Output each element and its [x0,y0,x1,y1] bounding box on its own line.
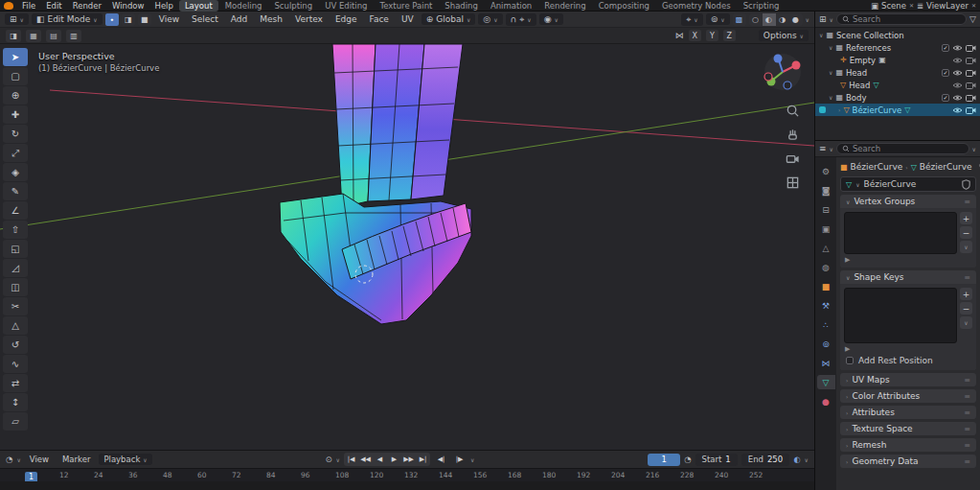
collection-checkbox[interactable]: ✓ [942,44,949,52]
camera-view-icon[interactable] [784,150,801,167]
remove-shape-key-button[interactable]: − [960,302,972,315]
tab-particles[interactable]: ∴ [817,317,835,332]
attributes-header[interactable]: › Attributes ≡ [840,406,976,419]
filter-icon[interactable]: ▽ [969,14,976,24]
mirror-y-toggle[interactable]: Y [706,30,718,41]
list-filter-expand-icon[interactable]: ▶ [844,345,972,353]
properties-editor-icon[interactable]: ≡ [819,144,827,153]
viewlayer-unlink-icon[interactable]: ✕ [971,2,976,9]
tool-move[interactable]: ✚ [3,105,28,124]
add-vertex-group-button[interactable]: + [960,212,972,224]
zoom-icon[interactable] [784,102,801,119]
properties-search-input[interactable]: Search [836,143,969,154]
outliner-item-references[interactable]: ∨ ▦ References ✓ [815,41,980,54]
timeline-editor-icon[interactable]: ◔ [6,455,12,464]
timeline-menu-marker[interactable]: Marker [57,455,95,464]
timeline-ruler[interactable]: 1 12 24 36 48 60 72 84 96 108 120 132 14… [0,468,814,481]
tab-world[interactable]: ◍ [817,260,835,274]
overlays-dropdown[interactable]: ⊚ ∨ [706,13,730,25]
tab-scene[interactable]: △ [817,241,835,255]
panel-grip-icon[interactable]: ≡ [964,457,970,466]
hide-eye-icon[interactable] [952,94,963,102]
workspace-tab-scripting[interactable]: Scripting [738,0,786,12]
tool-poly-build[interactable]: △ [3,316,28,335]
hide-eye-icon[interactable] [952,69,963,77]
shading-rendered-button[interactable]: ● [789,13,803,26]
shading-solid-button[interactable]: ◐ [763,13,776,26]
tool-extrude-region[interactable]: ⇧ [3,221,28,239]
workspace-tab-rendering[interactable]: Rendering [538,0,591,12]
expand-icon[interactable]: ∨ [829,44,832,51]
tool-tweak[interactable]: ➤ [3,48,28,66]
tool-cursor[interactable]: ⊕ [3,86,28,105]
tool-smooth[interactable]: ∿ [3,355,28,373]
outliner-item-scene-collection[interactable]: ∨ ▦ Scene Collection [815,29,980,41]
tab-object-data[interactable]: ▽ [817,375,835,389]
color-attributes-header[interactable]: › Color Attributes ≡ [840,389,976,403]
mirror-z-toggle[interactable]: Z [723,30,736,41]
mesh-scene[interactable] [0,44,814,450]
tool-scale[interactable]: ⤢ [3,144,28,162]
workspace-tab-geometry-nodes[interactable]: Geometry Nodes [656,0,737,12]
render-camera-icon[interactable] [966,57,976,64]
options-dropdown[interactable]: Options ∨ [759,30,809,41]
vertex-groups-header[interactable]: ∨ Vertex Groups ≡ [840,195,976,208]
workspace-tab-shading[interactable]: Shading [439,0,484,12]
tab-modifiers[interactable]: ⚒ [817,298,835,313]
outliner-item-head-object[interactable]: ▽ Head ▽ [815,79,980,91]
render-camera-icon[interactable] [966,44,976,52]
viewlayer-selector[interactable]: ViewLayer [926,1,969,11]
menu-view[interactable]: View [154,14,184,24]
menu-vertex[interactable]: Vertex [290,14,328,24]
jump-to-end-button[interactable]: ▶| [416,453,430,466]
outliner-item-empty[interactable]: ✛ Empty ▣ [815,54,980,66]
scene-selector[interactable]: Scene [881,1,906,11]
next-keyframe-button[interactable]: ▶▶ [401,453,416,466]
keyframe-filter-icon[interactable]: ◐ [793,455,800,464]
render-camera-icon[interactable] [966,82,976,89]
frame-end-field[interactable]: End 250 [741,454,789,466]
viewport-canvas[interactable]: ➤ ▢ ⊕ ✚ ↻ ⤢ ◈ ✎ ∠ ⇧ ◱ ◿ ◫ ✂ △ ↺ ∿ [0,44,814,450]
auto-keying-toggle[interactable]: ⊙ [325,455,331,464]
tab-constraints[interactable]: ⋈ [817,356,835,370]
geometry-data-header[interactable]: › Geometry Data ≡ [840,455,976,468]
menu-edge[interactable]: Edge [330,14,362,24]
panel-grip-icon[interactable]: ≡ [964,273,970,282]
tool-select-box[interactable]: ▢ [3,67,28,85]
vertex-group-specials-button[interactable]: ∨ [960,241,972,253]
current-frame-field[interactable]: 1 [648,454,680,466]
workspace-tab-sculpting[interactable]: Sculpting [268,0,318,12]
scene-unlink-icon[interactable]: ✕ [909,2,914,9]
panel-grip-icon[interactable]: ≡ [964,198,970,206]
tool-settings-icon-a[interactable]: ◨ [6,30,21,42]
tool-annotate[interactable]: ✎ [3,182,28,200]
data-name-field[interactable]: ▽ ∨ BézierCurve [840,176,976,192]
menu-face[interactable]: Face [365,14,394,24]
menu-file[interactable]: File [17,1,40,11]
tool-shear[interactable]: ▱ [3,412,28,431]
workspace-tab-modeling[interactable]: Modeling [219,0,268,12]
shading-material-button[interactable]: ◑ [776,13,789,26]
remesh-header[interactable]: › Remesh ≡ [840,438,976,452]
tool-settings-icon-d[interactable]: ▥ [66,30,81,42]
texture-space-header[interactable]: › Texture Space ≡ [840,422,976,435]
render-camera-icon[interactable] [966,94,976,102]
transform-orientation-dropdown[interactable]: ⊕ Global ∨ [422,13,476,25]
workspace-tab-texture-paint[interactable]: Texture Paint [375,0,439,12]
expand-icon[interactable]: ∨ [819,32,823,38]
workspace-tab-compositing[interactable]: Compositing [593,0,655,12]
shape-key-specials-button[interactable]: ∨ [960,316,972,329]
menu-render[interactable]: Render [68,1,106,11]
menu-edit[interactable]: Edit [41,1,66,11]
vertex-groups-list[interactable] [844,212,957,254]
collection-checkbox[interactable]: ✓ [942,94,949,102]
tool-settings-icon-c[interactable]: ▤ [46,30,61,42]
play-button[interactable]: ▶ [387,453,401,466]
keying-set-dropdown[interactable]: ∨ [470,456,474,463]
workspace-tab-animation[interactable]: Animation [485,0,537,12]
render-camera-icon[interactable] [966,106,976,114]
expand-icon[interactable]: › [838,106,840,113]
prev-keyframe-button[interactable]: ◀◀ [358,453,373,466]
pan-hand-icon[interactable] [784,126,801,143]
menu-help[interactable]: Help [149,1,177,11]
